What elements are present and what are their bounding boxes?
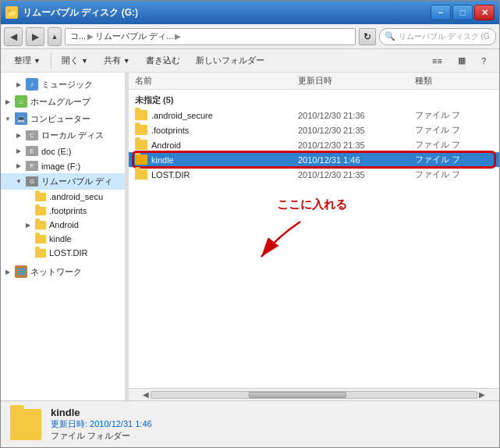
file-row-kindle[interactable]: kindle 2010/12/31 1:46 ファイル フ	[129, 152, 499, 167]
sidebar-item-label: コンピューター	[30, 113, 90, 125]
folder-icon	[35, 207, 46, 215]
back-button[interactable]: ◀	[4, 27, 23, 46]
minimize-button[interactable]: −	[431, 5, 451, 20]
folder-icon	[135, 169, 147, 180]
col-type-header[interactable]: 種類	[415, 75, 493, 87]
file-list: 未指定 (5) .android_secure 2010/12/30 21:36…	[129, 90, 499, 388]
search-placeholder: リムーバブル ディスク (G:)の検索	[399, 31, 491, 42]
expand-icon: ▶	[4, 268, 12, 276]
status-info: kindle 更新日時: 2010/12/31 1:46 ファイル フォルダー	[51, 407, 152, 442]
col-name-header[interactable]: 名前	[135, 75, 298, 87]
status-date: 更新日時: 2010/12/31 1:46	[51, 418, 152, 430]
sidebar-item-lostdir[interactable]: LOST.DIR	[1, 246, 125, 260]
write-button[interactable]: 書き込む	[139, 52, 187, 70]
view-details-button[interactable]: ▦	[451, 52, 473, 70]
expand-icon: ▼	[15, 178, 23, 185]
h-scroll-thumb[interactable]	[249, 392, 346, 398]
file-row-lostdir[interactable]: LOST.DIR 2010/12/30 21:35 ファイル フ	[129, 167, 499, 182]
removable-drive-icon: G	[26, 176, 38, 187]
drive-icon: F	[26, 161, 38, 171]
sidebar-item-doc[interactable]: ▶ E doc (E:)	[1, 144, 125, 158]
sidebar-item-label: ネットワーク	[30, 266, 82, 278]
share-button[interactable]: 共有 ▼	[97, 52, 137, 70]
search-box[interactable]: 🔍 リムーバブル ディスク (G:)の検索	[379, 28, 496, 45]
address-path[interactable]: コ... ▶ リムーバブル ディ... ▶	[65, 28, 356, 45]
dropdown-arrow-icon: ▼	[123, 57, 130, 65]
file-list-header: 名前 更新日時 種類	[129, 73, 499, 90]
explorer-window: 📁 リムーバブル ディスク (G:) − □ ✕ ◀ ▶ ▲ コ... ▶ リム…	[0, 0, 500, 448]
sidebar-item-label: LOST.DIR	[49, 248, 88, 258]
window-title: リムーバブル ディスク (G:)	[23, 6, 431, 20]
view-list-button[interactable]: ≡≡	[425, 52, 449, 70]
status-name: kindle	[51, 407, 152, 418]
refresh-button[interactable]: ↻	[359, 28, 376, 45]
folder-icon	[35, 193, 46, 201]
large-folder-svg	[15, 416, 37, 433]
sidebar-item-network[interactable]: ▶ 🌐 ネットワーク	[1, 263, 125, 280]
sidebar-item-label: ホームグループ	[30, 96, 90, 108]
sidebar-item-music[interactable]: ▶ ♪ ミュージック	[1, 76, 125, 93]
status-folder-icon	[10, 409, 41, 440]
path-segment-1: コ... ▶	[70, 30, 95, 42]
computer-icon: 💻	[15, 112, 27, 125]
organize-button[interactable]: 整理 ▼	[7, 52, 48, 70]
forward-button[interactable]: ▶	[26, 27, 44, 46]
dropdown-arrow-icon: ▼	[34, 57, 41, 65]
window-icon: 📁	[5, 6, 18, 19]
sidebar-item-footprints[interactable]: .footprints	[1, 204, 125, 218]
sidebar-item-label: Android	[49, 220, 79, 229]
expand-icon: ▼	[4, 116, 12, 123]
h-scroll-right-btn[interactable]: ▶	[477, 390, 487, 399]
open-button[interactable]: 開く ▼	[55, 52, 95, 70]
sidebar: ▶ ♪ ミュージック ▶ ⌂ ホームグループ ▼ 💻 コンピューター ▶ C ロ…	[1, 73, 126, 400]
sidebar-item-image[interactable]: ▶ F image (F:)	[1, 158, 125, 173]
up-button[interactable]: ▲	[48, 27, 62, 46]
sidebar-item-label: kindle	[49, 234, 72, 244]
toolbar-separator-1	[51, 53, 51, 69]
sidebar-item-local-disk[interactable]: ▶ C ローカル ディス	[1, 127, 125, 144]
toolbar: 整理 ▼ 開く ▼ 共有 ▼ 書き込む 新しいフォルダー ≡≡ ▦ ?	[1, 49, 499, 73]
title-bar-buttons: − □ ✕	[431, 5, 495, 20]
new-folder-button[interactable]: 新しいフォルダー	[189, 52, 271, 70]
col-date-header[interactable]: 更新日時	[298, 75, 415, 87]
drive-icon: C	[26, 130, 38, 140]
file-name-lostdir: LOST.DIR	[135, 169, 298, 180]
h-scroll-track[interactable]	[151, 391, 477, 399]
sidebar-item-android[interactable]: ▶ Android	[1, 218, 125, 232]
file-group-header: 未指定 (5)	[129, 90, 499, 108]
drive-icon: E	[26, 146, 38, 156]
h-scroll-left-btn[interactable]: ◀	[141, 390, 151, 399]
main-area: ▶ ♪ ミュージック ▶ ⌂ ホームグループ ▼ 💻 コンピューター ▶ C ロ…	[1, 73, 499, 400]
sidebar-item-label: image (F:)	[41, 162, 80, 171]
file-name-android: Android	[135, 140, 298, 150]
file-name-kindle: kindle	[135, 155, 298, 165]
homegroup-icon: ⌂	[15, 95, 27, 108]
file-row-footprints[interactable]: .footprints 2010/12/30 21:35 ファイル フ	[129, 123, 499, 137]
sidebar-item-label: ミュージック	[41, 79, 93, 91]
file-name-footprints: .footprints	[135, 125, 298, 135]
sidebar-item-removable[interactable]: ▼ G リムーバブル ディ	[1, 173, 125, 190]
file-area-wrapper: 名前 更新日時 種類 未指定 (5) .android_secure 2010/…	[129, 73, 499, 400]
title-bar: 📁 リムーバブル ディスク (G:) − □ ✕	[1, 1, 499, 24]
folder-icon	[135, 110, 147, 120]
music-icon: ♪	[26, 78, 38, 91]
file-row-android-secure[interactable]: .android_secure 2010/12/30 21:36 ファイル フ	[129, 108, 499, 123]
horizontal-scrollbar[interactable]: ◀ ▶	[129, 388, 499, 400]
sidebar-item-android-secure[interactable]: .android_secu	[1, 190, 125, 204]
address-bar: ◀ ▶ ▲ コ... ▶ リムーバブル ディ... ▶ ↻ 🔍 リムーバブル デ…	[1, 24, 499, 49]
folder-icon	[35, 221, 46, 229]
expand-icon: ▶	[15, 81, 23, 88]
sidebar-item-homegroup[interactable]: ▶ ⌂ ホームグループ	[1, 93, 125, 110]
folder-icon	[135, 155, 147, 165]
sidebar-item-kindle[interactable]: kindle	[1, 232, 125, 246]
folder-icon	[135, 125, 147, 135]
close-button[interactable]: ✕	[474, 5, 495, 20]
sidebar-item-label: リムーバブル ディ	[41, 176, 112, 187]
folder-icon	[35, 235, 46, 244]
maximize-button[interactable]: □	[452, 5, 473, 20]
svg-rect-1	[15, 419, 37, 433]
sidebar-item-computer[interactable]: ▼ 💻 コンピューター	[1, 110, 125, 127]
file-row-android[interactable]: Android 2010/12/30 21:35 ファイル フ	[129, 137, 499, 152]
help-button[interactable]: ?	[474, 52, 493, 70]
svg-rect-2	[15, 416, 24, 421]
